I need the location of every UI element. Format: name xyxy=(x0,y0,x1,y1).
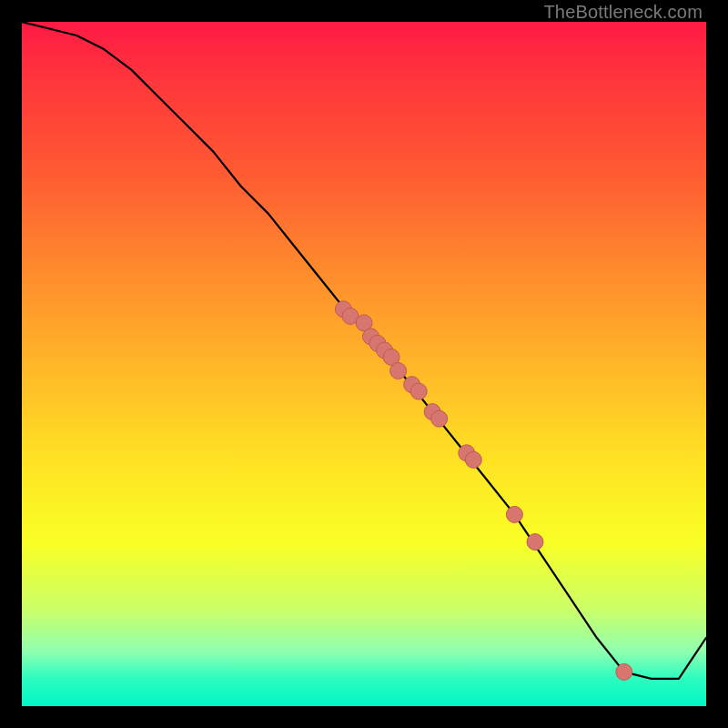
data-point xyxy=(431,410,448,427)
data-point xyxy=(616,663,632,680)
data-point xyxy=(506,506,522,522)
curve-line xyxy=(22,22,706,679)
data-point xyxy=(390,363,407,379)
data-point xyxy=(465,451,481,468)
curve-svg xyxy=(22,22,706,706)
chart-stage: TheBottleneck.com xyxy=(0,0,728,728)
watermark-text: TheBottleneck.com xyxy=(543,2,703,23)
data-point xyxy=(527,534,543,551)
data-point xyxy=(410,383,427,399)
plot-area xyxy=(22,22,706,706)
